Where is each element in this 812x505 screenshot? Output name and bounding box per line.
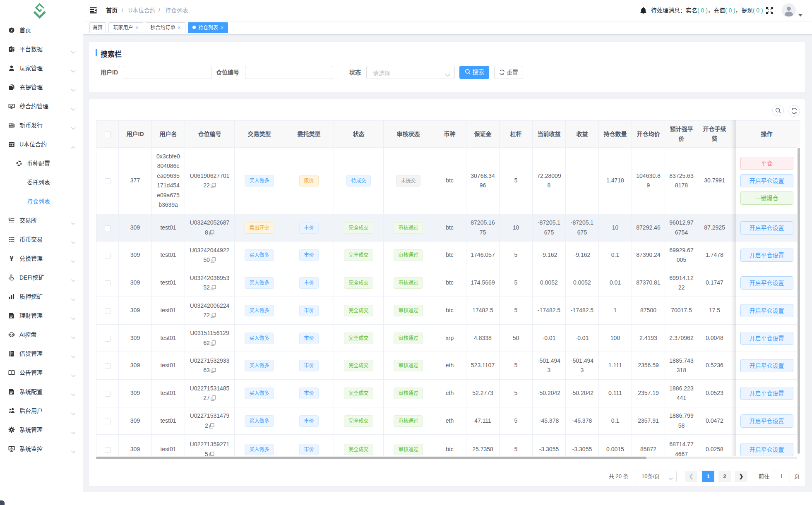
svg-text:¥: ¥ <box>10 255 14 262</box>
